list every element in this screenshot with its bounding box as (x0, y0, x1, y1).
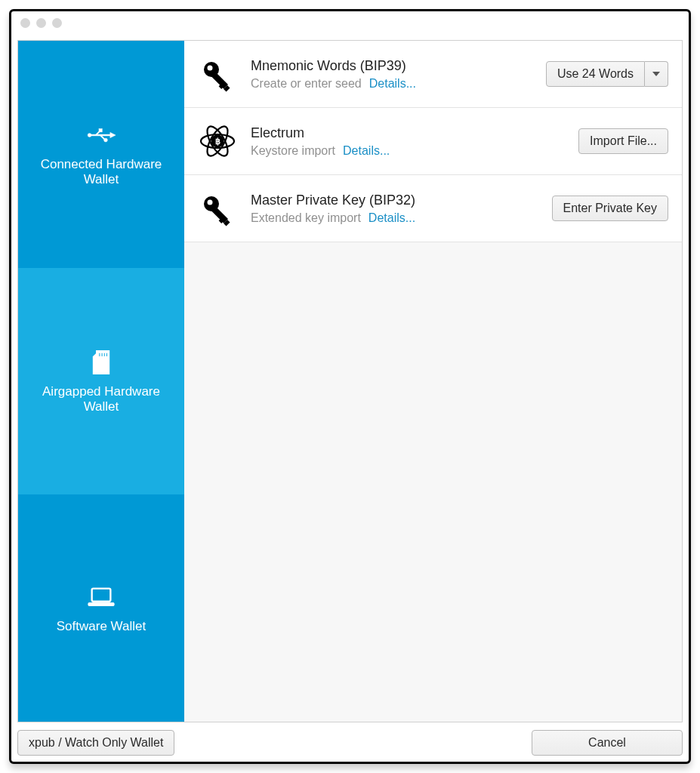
option-title: Electrum (251, 125, 565, 141)
key-icon (198, 54, 237, 94)
window-minimize-icon[interactable] (36, 18, 46, 28)
main-panel: Connected Hardware Wallet Airgapped Hard… (17, 40, 683, 722)
details-link[interactable]: Details... (343, 144, 390, 158)
option-subtitle-row: Create or enter seed Details... (251, 77, 532, 91)
options-panel: Mnemonic Words (BIP39) Create or enter s… (184, 41, 682, 722)
usb-icon (87, 121, 116, 149)
option-subtitle: Extended key import (251, 211, 361, 225)
laptop-icon (87, 583, 116, 611)
svg-point-6 (104, 138, 108, 142)
option-mnemonic: Mnemonic Words (BIP39) Create or enter s… (184, 41, 682, 108)
app-window: Connected Hardware Wallet Airgapped Hard… (9, 9, 691, 764)
use-24-words-button[interactable]: Use 24 Words (546, 61, 645, 87)
electrum-atom-icon: ฿ (198, 122, 237, 161)
sidebar-item-label: Connected Hardware Wallet (26, 157, 177, 187)
option-action: Use 24 Words (546, 61, 668, 87)
content-area: Connected Hardware Wallet Airgapped Hard… (11, 34, 689, 762)
window-close-icon[interactable] (20, 18, 30, 28)
svg-rect-4 (99, 129, 102, 132)
details-link[interactable]: Details... (369, 77, 416, 91)
option-subtitle: Keystore import (251, 144, 335, 158)
sd-card-icon (87, 348, 116, 377)
option-title: Master Private Key (BIP32) (251, 192, 538, 208)
sidebar-item-software-wallet[interactable]: Software Wallet (18, 494, 184, 722)
sidebar-item-label: Airgapped Hardware Wallet (26, 384, 177, 414)
svg-point-14 (208, 66, 213, 71)
svg-marker-2 (110, 133, 116, 138)
key-icon (198, 189, 237, 228)
svg-rect-9 (103, 353, 105, 356)
cancel-button[interactable]: Cancel (532, 730, 683, 756)
use-words-dropdown-button[interactable] (645, 61, 668, 87)
option-text: Master Private Key (BIP32) Extended key … (251, 192, 538, 225)
import-file-button[interactable]: Import File... (578, 128, 668, 154)
option-master-private-key: Master Private Key (BIP32) Extended key … (184, 175, 682, 242)
svg-text:฿: ฿ (215, 137, 220, 146)
xpub-watch-only-button[interactable]: xpub / Watch Only Wallet (17, 730, 174, 756)
option-electrum: ฿ Electrum Keystore import Details... Im… (184, 108, 682, 175)
svg-point-24 (208, 200, 213, 205)
details-link[interactable]: Details... (369, 211, 415, 225)
chevron-down-icon (652, 72, 660, 76)
option-text: Mnemonic Words (BIP39) Create or enter s… (251, 58, 532, 91)
sidebar-item-connected-hardware[interactable]: Connected Hardware Wallet (18, 41, 184, 268)
sidebar: Connected Hardware Wallet Airgapped Hard… (18, 41, 184, 722)
svg-rect-12 (88, 602, 114, 605)
svg-rect-7 (99, 353, 100, 356)
svg-rect-10 (106, 353, 107, 356)
svg-rect-8 (101, 353, 103, 356)
option-subtitle-row: Keystore import Details... (251, 144, 565, 158)
titlebar (11, 11, 689, 34)
enter-private-key-button[interactable]: Enter Private Key (552, 196, 669, 221)
footer: xpub / Watch Only Wallet Cancel (17, 722, 683, 756)
option-text: Electrum Keystore import Details... (251, 125, 565, 158)
option-action: Enter Private Key (552, 196, 669, 221)
option-action: Import File... (578, 128, 668, 154)
option-subtitle-row: Extended key import Details... (251, 211, 538, 225)
option-title: Mnemonic Words (BIP39) (251, 58, 532, 74)
sidebar-item-label: Software Wallet (57, 619, 146, 634)
option-subtitle: Create or enter seed (251, 77, 362, 91)
svg-rect-11 (92, 588, 111, 601)
window-maximize-icon[interactable] (52, 18, 62, 28)
sidebar-item-airgapped-hardware[interactable]: Airgapped Hardware Wallet (18, 268, 184, 495)
